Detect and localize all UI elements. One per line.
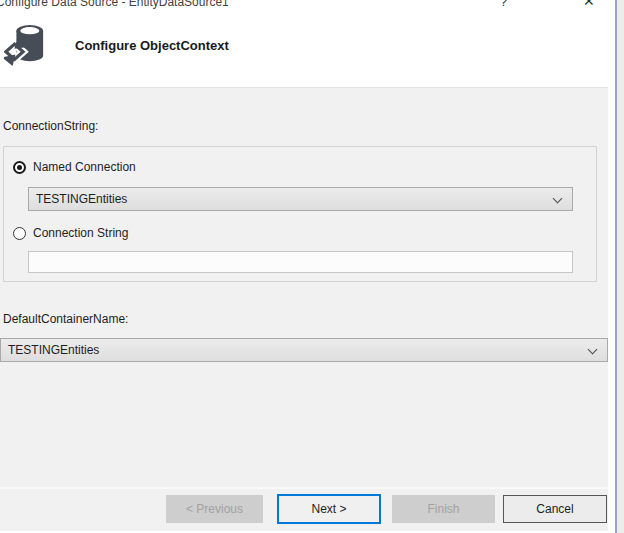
container-name-combobox[interactable]: TESTINGEntities [0, 338, 608, 362]
wizard-header: Configure ObjectContext [0, 14, 608, 88]
finish-button[interactable]: Finish [392, 495, 495, 523]
screenshot-stage: Configure Data Source - EntityDataSource… [0, 0, 624, 533]
radio-button-icon[interactable] [13, 227, 26, 240]
container-name-value: TESTINGEntities [8, 343, 99, 357]
titlebar: Configure Data Source - EntityDataSource… [0, 0, 608, 14]
connectionstring-label: ConnectionString: [3, 119, 98, 133]
configure-data-source-dialog: Configure Data Source - EntityDataSource… [0, 0, 608, 533]
previous-button[interactable]: < Previous [166, 495, 263, 523]
desktop-background [617, 0, 624, 533]
connection-string-radio[interactable]: Connection String [13, 226, 128, 240]
connection-string-label: Connection String [33, 226, 128, 240]
window-title: Configure Data Source - EntityDataSource… [0, 0, 229, 9]
dialog-right-gutter [608, 0, 615, 533]
container-name-label: DefaultContainerName: [3, 312, 128, 326]
chevron-down-icon [553, 194, 563, 204]
named-connection-combobox[interactable]: TESTINGEntities [28, 187, 573, 211]
connection-string-input[interactable] [28, 251, 573, 273]
named-connection-radio[interactable]: Named Connection [13, 160, 136, 174]
page-title: Configure ObjectContext [75, 38, 229, 53]
close-icon[interactable]: ✕ [583, 0, 595, 9]
radio-button-icon[interactable] [13, 161, 26, 174]
named-connection-label: Named Connection [33, 160, 136, 174]
database-sync-icon [4, 21, 46, 71]
named-connection-value: TESTINGEntities [36, 192, 127, 206]
cancel-button[interactable]: Cancel [503, 495, 607, 523]
next-button[interactable]: Next > [277, 494, 381, 524]
chevron-down-icon [588, 345, 598, 355]
help-icon[interactable]: ? [500, 0, 507, 9]
footer-separator [0, 487, 608, 489]
